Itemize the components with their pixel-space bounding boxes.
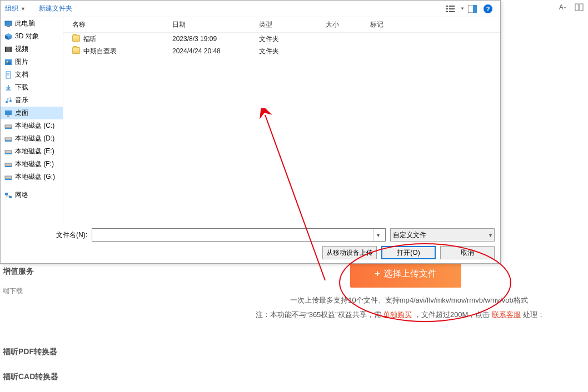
svg-rect-6 (449, 8, 455, 9)
sidebar-item-3d[interactable]: 3D 对象 (1, 30, 63, 43)
music-icon (4, 96, 13, 105)
organize-menu[interactable]: 组织▼ (5, 4, 26, 13)
sidebar-item-documents[interactable]: 文档 (1, 68, 63, 81)
sidebar-item-drive-e[interactable]: 本地磁盘 (E:) (1, 145, 63, 158)
cancel-button[interactable]: 取消 (440, 246, 495, 259)
preview-pane-icon[interactable] (466, 2, 479, 16)
svg-rect-37 (5, 176, 12, 179)
svg-rect-35 (5, 163, 12, 166)
doc-icon (4, 71, 13, 79)
sidebar-item-pictures[interactable]: 图片 (1, 56, 63, 68)
folder-icon (72, 35, 80, 42)
chevron-down-icon[interactable]: ▼ (460, 6, 465, 11)
film-icon (4, 45, 13, 54)
svg-point-26 (9, 100, 12, 102)
svg-point-19 (7, 61, 8, 62)
drive-icon (4, 160, 13, 169)
text-size-icon[interactable]: A» (557, 2, 568, 13)
upload-info-line2: 注：本功能不与“365权益”权益共享，需 单独购买 ，文件超过200M，点击 联… (220, 310, 581, 320)
left-menu-item[interactable]: 福昕PDF转换器 (3, 347, 57, 357)
sidebar-item-drive-c[interactable]: 本地磁盘 (C:) (1, 119, 63, 132)
file-row[interactable]: 福昕 2023/8/3 19:09 文件夹 (63, 33, 500, 45)
svg-rect-36 (5, 166, 12, 167)
svg-rect-0 (575, 4, 579, 11)
svg-rect-38 (5, 179, 12, 180)
svg-rect-29 (5, 125, 12, 128)
chevron-down-icon: ▼ (21, 6, 26, 12)
col-date[interactable]: 日期 (163, 20, 250, 29)
sidebar-tree: 此电脑 3D 对象 视频 图片 文档 下载 音乐 桌面 本地磁盘 (C:) 本地… (1, 17, 63, 223)
dialog-bottom: 文件名(N): ▾ 自定义文件 ▾ 从移动设备上传 打开(O) 取消 (1, 223, 500, 265)
svg-point-25 (6, 101, 8, 103)
drive-icon (4, 147, 13, 156)
browser-toolbar-icons: A» (557, 2, 585, 13)
sidebar-item-drive-d[interactable]: 本地磁盘 (D:) (1, 132, 63, 145)
folder-icon (72, 47, 80, 54)
col-type[interactable]: 类型 (250, 20, 317, 29)
support-link[interactable]: 联系客服 (492, 310, 521, 319)
sidebar-spacer (1, 183, 63, 189)
sidebar-item-videos[interactable]: 视频 (1, 43, 63, 56)
drive-icon (4, 173, 13, 182)
new-folder-button[interactable]: 新建文件夹 (39, 4, 72, 13)
sidebar-item-drive-f[interactable]: 本地磁盘 (F:) (1, 158, 63, 170)
svg-rect-5 (449, 6, 455, 7)
svg-rect-32 (5, 140, 12, 142)
filetype-select[interactable]: 自定义文件 ▾ (390, 228, 495, 242)
upload-from-mobile-button[interactable]: 从移动设备上传 (322, 246, 377, 259)
cube-icon (4, 32, 13, 41)
svg-rect-28 (7, 115, 9, 117)
svg-rect-4 (446, 11, 448, 12)
svg-rect-17 (11, 47, 12, 52)
left-menu-item[interactable]: 增值服务 (3, 267, 34, 277)
col-size[interactable]: 大小 (317, 20, 361, 29)
buy-link[interactable]: 单独购买 (383, 310, 412, 319)
svg-rect-40 (9, 196, 12, 198)
left-menu-item: 端下载 (3, 287, 23, 296)
svg-rect-3 (446, 8, 448, 9)
chevron-down-icon: ▾ (489, 232, 492, 238)
svg-rect-10 (5, 21, 12, 26)
filename-input[interactable] (94, 229, 373, 241)
drive-icon (4, 134, 13, 143)
sidebar-item-music[interactable]: 音乐 (1, 94, 63, 107)
svg-rect-27 (5, 110, 12, 115)
desktop-icon (4, 109, 13, 118)
sidebar-item-drive-g[interactable]: 本地磁盘 (G:) (1, 170, 63, 183)
sidebar-item-this-pc[interactable]: 此电脑 (1, 17, 63, 30)
column-headers: 名称 日期 类型 大小 标记 (63, 17, 500, 33)
sidebar-item-network[interactable]: 网络 (1, 189, 63, 202)
filename-combo[interactable]: ▾ (92, 228, 386, 242)
help-icon[interactable]: ? (481, 2, 495, 16)
svg-rect-31 (5, 138, 12, 140)
open-button[interactable]: 打开(O) (381, 246, 436, 259)
sidebar-item-downloads[interactable]: 下载 (1, 81, 63, 94)
pc-icon (4, 19, 13, 28)
filename-label: 文件名(N): (6, 230, 87, 240)
sidebar-item-desktop[interactable]: 桌面 (1, 107, 63, 119)
col-tag[interactable]: 标记 (361, 20, 500, 29)
file-row[interactable]: 中期自查表 2024/4/24 20:48 文件夹 (63, 45, 500, 57)
svg-rect-7 (449, 11, 455, 12)
dialog-main: 此电脑 3D 对象 视频 图片 文档 下载 音乐 桌面 本地磁盘 (C:) 本地… (1, 17, 500, 223)
view-mode-icon[interactable] (444, 2, 457, 16)
svg-rect-16 (5, 47, 6, 52)
file-list: 名称 日期 类型 大小 标记 福昕 2023/8/3 19:09 文件夹 中期自… (63, 17, 500, 223)
svg-rect-34 (5, 153, 12, 154)
svg-rect-2 (446, 6, 448, 7)
upload-button-label: 选择上传文件 (383, 268, 437, 280)
left-menu-item[interactable]: 福昕CAD转换器 (3, 372, 58, 382)
svg-rect-39 (5, 193, 8, 195)
dialog-toolbar: 组织▼ 新建文件夹 ▼ ? (1, 1, 500, 17)
upload-info-line1: 一次上传最多支持10个文件、支持mp4/avi/flv/mkv/mov/rmvb… (242, 295, 576, 305)
drive-icon (4, 122, 13, 130)
reader-icon[interactable] (574, 2, 585, 13)
download-icon (4, 83, 13, 92)
col-name[interactable]: 名称 (63, 20, 163, 29)
image-icon (4, 58, 13, 67)
svg-rect-1 (580, 4, 583, 11)
plus-icon: + (375, 269, 380, 279)
chevron-down-icon[interactable]: ▾ (373, 229, 383, 241)
file-open-dialog: 组织▼ 新建文件夹 ▼ ? 此电脑 3D 对象 视频 图片 文档 下载 音乐 桌… (0, 0, 501, 264)
network-icon (4, 191, 13, 200)
